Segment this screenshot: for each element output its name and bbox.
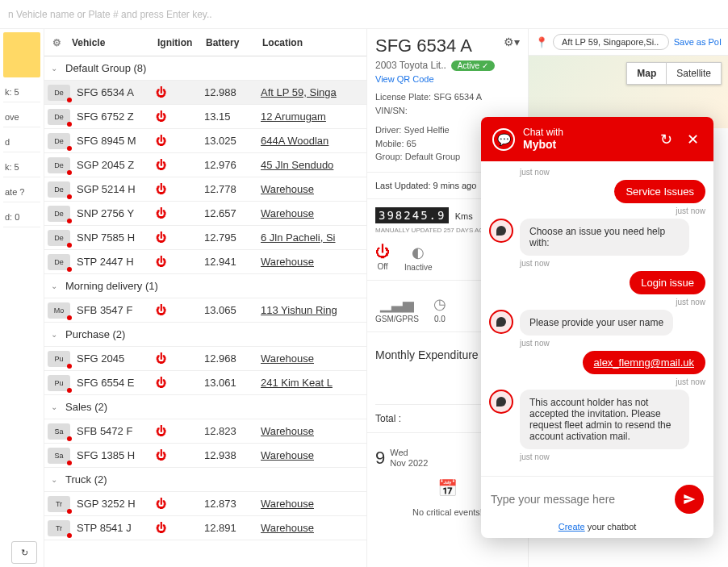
group-row[interactable]: ⌄Sales (2) — [44, 395, 366, 419]
vehicle-cell: SFG 6534 A — [70, 86, 156, 98]
col-vehicle[interactable]: Vehicle — [69, 37, 157, 48]
group-badge: De — [48, 157, 70, 173]
ignition-cell: ⏻ — [156, 110, 204, 123]
power-icon: ⏻ — [375, 244, 390, 261]
col-ignition[interactable]: Ignition — [157, 37, 206, 48]
table-row[interactable]: DeSTP 2447 H⏻12.941Warehouse — [44, 250, 366, 274]
battery-cell: 13.025 — [204, 135, 261, 147]
chat-widget: 💬 Chat with Mybot ↻ ✕ just now Service I… — [481, 117, 713, 538]
side-d[interactable]: d — [3, 132, 40, 152]
location-cell[interactable]: Warehouse — [261, 449, 366, 461]
table-row[interactable]: PuSFG 6554 E⏻13.061241 Kim Keat L — [44, 371, 366, 395]
location-cell[interactable]: 12 Arumugam — [261, 110, 366, 123]
location-cell[interactable]: Warehouse — [261, 256, 366, 268]
location-cell[interactable]: 45 Jln Sendudo — [261, 159, 366, 171]
battery-cell: 12.968 — [204, 352, 261, 365]
chat-footer: Create your chatbot — [481, 522, 713, 538]
location-cell[interactable]: 241 Kim Keat L — [261, 377, 366, 389]
save-poi-link[interactable]: Save as PoI — [674, 37, 722, 47]
vehicle-cell: SFG 8945 M — [70, 135, 156, 147]
location-cell[interactable]: Aft LP 59, Singa — [261, 86, 366, 98]
side-k5[interactable]: k: 5 — [3, 82, 40, 102]
battery-cell: 12.778 — [204, 183, 261, 195]
side-ove[interactable]: ove — [3, 107, 40, 127]
close-icon[interactable]: ✕ — [684, 131, 702, 148]
table-row[interactable]: DeSGP 5214 H⏻12.778Warehouse — [44, 177, 366, 202]
table-row[interactable]: TrSGP 3252 H⏻12.873Warehouse — [44, 492, 366, 516]
reload-icon[interactable]: ↻ — [657, 131, 676, 148]
group-name: Default Group (8) — [65, 62, 146, 74]
power-icon: ⏻ — [156, 135, 166, 147]
day-month: Nov 2022 — [390, 458, 428, 469]
col-location[interactable]: Location — [262, 37, 366, 48]
odometer: 398245.9 — [375, 207, 449, 223]
location-cell[interactable]: Warehouse — [261, 522, 366, 534]
vehicle-cell: SGP 2045 Z — [70, 159, 156, 171]
ignition-cell: ⏻ — [156, 522, 204, 534]
location-cell[interactable]: Warehouse — [261, 207, 366, 219]
table-row[interactable]: DeSFG 6534 A⏻12.988Aft LP 59, Singa — [44, 81, 366, 105]
side-k5b[interactable]: k: 5 — [3, 157, 40, 177]
refresh-button[interactable]: ↻ — [11, 541, 37, 564]
power-icon: ⏻ — [156, 183, 166, 195]
send-button[interactable] — [675, 485, 704, 514]
ignition-cell: ⏻ — [156, 231, 204, 244]
chat-input[interactable] — [491, 493, 668, 506]
vehicle-cell: SFG 6752 Z — [70, 110, 156, 123]
timestamp: just now — [489, 206, 705, 215]
group-row[interactable]: ⌄Truck (2) — [44, 468, 366, 492]
location-pill[interactable]: Aft LP 59, Singapore,Si.. — [553, 34, 669, 50]
power-icon: ⏻ — [156, 256, 166, 268]
vehicle-cell: SFG 1385 H — [70, 449, 156, 461]
battery-cell: 12.873 — [204, 498, 261, 510]
day-number: 9 — [375, 448, 385, 469]
table-row[interactable]: MoSFB 3547 F⏻13.065113 Yishun Ring — [44, 298, 366, 323]
location-cell[interactable]: Warehouse — [261, 352, 366, 365]
power-icon: ⏻ — [156, 304, 166, 316]
settings-icon[interactable]: ⚙▾ — [504, 35, 520, 48]
side-ate[interactable]: ate ? — [3, 182, 40, 202]
bot-avatar — [489, 310, 513, 334]
timestamp: just now — [489, 377, 705, 386]
ignition-cell: ⏻ — [156, 449, 204, 461]
table-row[interactable]: PuSFG 2045⏻12.968Warehouse — [44, 347, 366, 371]
table-row[interactable]: DeSFG 6752 Z⏻13.1512 Arumugam — [44, 105, 366, 129]
group-row[interactable]: ⌄Purchase (2) — [44, 323, 366, 347]
map-tab[interactable]: Map — [627, 63, 667, 84]
view-qr-link[interactable]: View QR Code — [375, 74, 520, 84]
left-sidebar: k: 5 ove d k: 5 ate ? d: 0 ↻ — [0, 29, 44, 567]
group-name: Sales (2) — [65, 401, 107, 413]
location-cell[interactable]: 6 Jln Pacheli, Si — [261, 231, 366, 244]
ignition-cell: ⏻ — [156, 377, 204, 389]
group-row[interactable]: ⌄Default Group (8) — [44, 56, 366, 81]
table-row[interactable]: DeSNP 7585 H⏻12.7956 Jln Pacheli, Si — [44, 226, 366, 250]
location-cell[interactable]: Warehouse — [261, 425, 366, 437]
gear-icon[interactable]: ⚙ — [44, 37, 69, 48]
group-badge: Sa — [48, 448, 70, 464]
battery-cell: 13.065 — [204, 304, 261, 316]
location-cell[interactable]: 644A Woodlan — [261, 135, 366, 147]
signal-icon: ▁▃▅ — [380, 295, 414, 313]
table-row[interactable]: SaSFB 5472 F⏻12.823Warehouse — [44, 419, 366, 444]
location-cell[interactable]: Warehouse — [261, 498, 366, 510]
location-cell[interactable]: Warehouse — [261, 183, 366, 195]
user-bubble: Login issue — [630, 271, 705, 294]
side-d0[interactable]: d: 0 — [3, 207, 40, 227]
create-link[interactable]: Create — [559, 522, 585, 532]
ignition-cell: ⏻ — [156, 425, 204, 437]
col-battery[interactable]: Battery — [206, 37, 262, 48]
search-bar[interactable]: n Vehicle name or Plate # and press Ente… — [0, 0, 728, 29]
group-badge: Mo — [48, 302, 70, 319]
sidebar-card[interactable] — [3, 32, 40, 77]
ignition-cell: ⏻ — [156, 498, 204, 510]
table-row[interactable]: DeSFG 8945 M⏻13.025644A Woodlan — [44, 129, 366, 153]
satellite-tab[interactable]: Satellite — [667, 63, 721, 84]
location-cell[interactable]: 113 Yishun Ring — [261, 304, 366, 316]
timestamp: just now — [489, 298, 705, 306]
group-row[interactable]: ⌄Morning delivery (1) — [44, 274, 366, 298]
vehicle-cell: SFB 3547 F — [70, 304, 156, 316]
table-row[interactable]: DeSGP 2045 Z⏻12.97645 Jln Sendudo — [44, 153, 366, 177]
table-row[interactable]: DeSNP 2756 Y⏻12.657Warehouse — [44, 202, 366, 226]
table-row[interactable]: SaSFG 1385 H⏻12.938Warehouse — [44, 444, 366, 468]
table-row[interactable]: TrSTP 8541 J⏻12.891Warehouse — [44, 516, 366, 540]
